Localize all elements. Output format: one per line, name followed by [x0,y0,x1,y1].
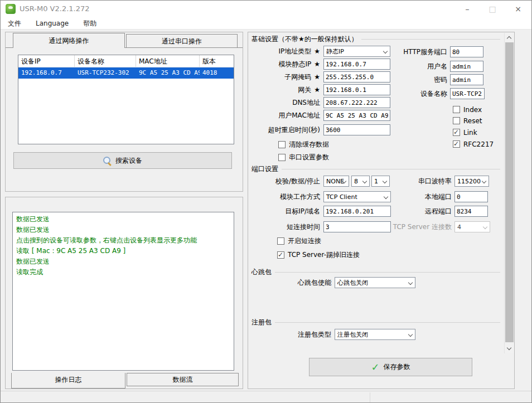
tcp-server-conns-select: 4 [454,221,490,232]
col-header-device-name[interactable]: 设备名称 [75,55,136,67]
cell-device-ip: 192.168.0.7 [18,67,75,79]
table-row[interactable]: 192.168.0.7 USR-TCP232-302 9C A5 25 A3 C… [18,67,234,79]
col-header-mac[interactable]: MAC地址 [136,55,200,67]
parity-data-stop-label: 校验/数据/停止 [248,176,320,187]
heartbeat-group: 心跳包 [252,268,500,277]
group-divider-line [282,169,500,169]
log-line: 读取 [ Mac : 9C A5 25 A3 CD A9 ] [16,246,230,256]
close-button[interactable]: × [506,1,530,17]
required-star: ★ [314,86,320,94]
scroll-down-button[interactable] [505,344,514,353]
base-settings-group: 基础设置（不带★的一般保持默认） [252,35,500,44]
subnet-label: 子网掩码★ [248,71,320,82]
baud-rate-select[interactable]: 115200 [454,176,489,187]
http-port-input[interactable] [450,46,483,57]
scroll-up-button[interactable] [505,33,514,42]
chevron-down-icon [362,179,367,183]
serial-params-checkbox[interactable]: 串口设置参数 [278,153,329,162]
remote-port-label: 远程端口 [376,206,452,217]
tab-network-operation[interactable]: 通过网络操作 [13,33,125,48]
minimize-button[interactable]: – [455,1,480,17]
cell-version: 4018 [200,67,234,79]
link-checkbox[interactable]: Link [453,128,477,137]
save-params-button[interactable]: ✓ 保存参数 [309,358,472,376]
col-header-device-ip[interactable]: 设备IP [18,55,75,67]
kick-old-conn-checkbox[interactable]: TCP Server-踢掉旧连接 [277,251,360,259]
checkbox-label: Reset [463,117,482,125]
search-icon [103,157,112,165]
checkbox-box [278,141,286,148]
rfc2217-checkbox[interactable]: RFC2217 [453,140,494,148]
check-icon: ✓ [371,362,379,372]
title-bar: USR-M0 V2.2.1.272 – □ × [1,1,531,17]
heartbeat-enable-label: 心跳包使能 [248,277,331,288]
local-port-input[interactable] [454,191,488,202]
static-ip-label: 模块静态IP★ [248,59,320,70]
ip-type-label: IP地址类型★ [248,46,320,57]
checkbox-label: Index [463,106,482,114]
log-line: 读取完成 [16,267,230,278]
index-checkbox[interactable]: Index [453,105,482,114]
status-bar-divider [370,392,370,402]
search-device-button[interactable]: 搜索设备 [13,152,232,169]
maximize-button[interactable]: □ [480,1,505,17]
heartbeat-enable-select[interactable]: 心跳包关闭 [335,277,415,288]
device-table: 设备IP 设备名称 MAC地址 版本 192.168.0.7 USR-TCP23… [18,55,234,144]
required-star: ★ [314,47,320,55]
port-settings-title: 端口设置 [252,164,278,174]
databits-select[interactable]: 8 [351,176,370,187]
username-input[interactable] [450,61,483,72]
device-panel: 通过网络操作 通过串口操作 设备IP 设备名称 MAC地址 版本 192.168… [5,32,243,192]
window-title: USR-M0 V2.2.1.272 [20,4,90,13]
required-star: ★ [314,73,320,81]
log-line: 数据已发送 [16,256,230,267]
mac-input[interactable] [323,110,390,121]
tab-data-stream[interactable]: 数据流 [127,373,239,386]
base-settings-title: 基础设置（不带★的一般保持默认） [252,35,358,44]
app-window: USR-M0 V2.2.1.272 – □ × 文件 Language 帮助 通… [0,0,532,403]
menu-help[interactable]: 帮助 [76,17,104,30]
menu-file[interactable]: 文件 [1,17,28,30]
tab-serial-operation[interactable]: 通过串口操作 [126,34,238,48]
chevron-up-icon [507,36,511,41]
group-divider-line [275,322,500,323]
checkbox-label: TCP Server-踢掉旧连接 [288,250,360,260]
remote-port-input[interactable] [454,206,488,217]
checkbox-label: 清除缓存数据 [289,140,329,149]
tab-operation-log[interactable]: 操作日志 [11,373,125,389]
log-line: 数据已发送 [16,214,230,225]
register-group: 注册包 [252,318,500,327]
heartbeat-title: 心跳包 [252,268,272,277]
menu-language[interactable]: Language [28,17,76,30]
register-type-label: 注册包类型 [248,329,331,340]
register-title: 注册包 [252,318,272,327]
chevron-down-icon [408,280,413,285]
scrollbar-thumb[interactable] [505,42,514,342]
menu-bar: 文件 Language 帮助 [1,17,531,30]
checkbox-box [278,154,286,161]
parity-select[interactable]: NONE [323,176,349,187]
register-type-select[interactable]: 注册包关闭 [335,329,415,340]
username-label: 用户名 [376,61,447,72]
chevron-down-icon [483,225,487,229]
clear-cache-checkbox[interactable]: 清除缓存数据 [278,140,329,149]
password-input[interactable] [450,74,483,85]
device-name-input[interactable] [450,88,485,99]
dns-label: DNS地址 [248,97,320,108]
enable-short-conn-checkbox[interactable]: 开启短连接 [277,237,321,245]
settings-scrollbar[interactable] [504,33,514,353]
log-line: 点击搜到的设备可读取参数，右键点击设备列表显示更多功能 [16,235,230,246]
operation-log-area[interactable]: 数据已发送 数据已发送 点击搜到的设备可读取参数，右键点击设备列表显示更多功能 … [12,212,234,371]
timeout-input[interactable] [323,124,390,135]
col-header-version[interactable]: 版本 [200,55,234,67]
http-port-label: HTTP服务端口 [376,46,447,57]
checkbox-box [453,140,460,148]
port-settings-group: 端口设置 [252,164,500,174]
timeout-label: 超时重启时间(秒) [248,124,320,135]
reset-checkbox[interactable]: Reset [453,116,482,125]
tcp-server-conns-label: TCP Server 连接数 [376,221,452,232]
table-header-row: 设备IP 设备名称 MAC地址 版本 [18,55,234,67]
cell-device-name: USR-TCP232-302 [75,67,136,79]
checkbox-box [453,106,460,113]
status-bar [1,391,531,403]
